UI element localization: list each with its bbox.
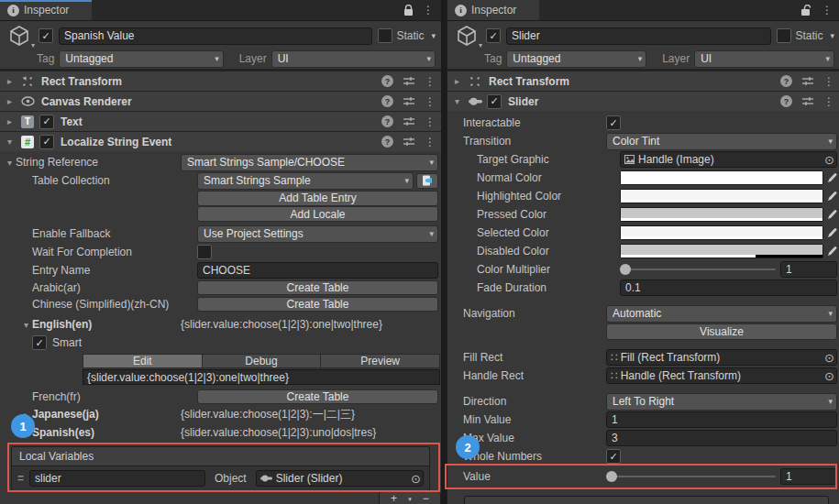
foldout-icon[interactable]: ▾ (451, 96, 463, 106)
foldout-icon[interactable]: ▾ (4, 158, 16, 168)
help-icon[interactable]: ? (381, 136, 393, 148)
kebab-menu-icon[interactable]: ⋮ (822, 5, 833, 16)
tag-dropdown[interactable]: Untagged ▾ (506, 50, 646, 68)
active-checkbox[interactable]: ✓ (486, 28, 501, 43)
component-header-slider[interactable]: ▾ ✓ Slider ? ⋮ (447, 91, 839, 111)
target-graphic-field[interactable]: Handle (Image) ⊙ (620, 151, 837, 168)
eyedropper-icon[interactable] (827, 227, 837, 238)
kebab-menu-icon[interactable]: ⋮ (425, 116, 436, 127)
highlighted-color-swatch[interactable] (620, 189, 823, 203)
color-multiplier-field[interactable]: 1 (780, 261, 837, 278)
min-value-field[interactable]: 1 (606, 411, 837, 428)
kebab-menu-icon[interactable]: ⋮ (823, 76, 834, 87)
direction-dropdown[interactable]: Left To Right ▾ (606, 393, 837, 411)
tab-inspector[interactable]: i Inspector (447, 0, 539, 20)
static-checkbox[interactable] (777, 28, 791, 43)
kebab-menu-icon[interactable]: ⋮ (423, 5, 434, 16)
object-picker-icon[interactable]: ⊙ (824, 154, 834, 166)
presets-icon[interactable] (802, 76, 813, 86)
static-checkbox[interactable] (378, 28, 392, 43)
help-icon[interactable]: ? (381, 115, 393, 127)
component-enabled-checkbox[interactable]: ✓ (39, 115, 54, 129)
max-value-field[interactable]: 3 (606, 430, 837, 446)
layer-dropdown[interactable]: UI ▾ (694, 50, 834, 68)
navigation-dropdown[interactable]: Automatic ▾ (606, 305, 837, 323)
tab-edit[interactable]: Edit (83, 354, 202, 368)
layer-dropdown[interactable]: UI ▾ (271, 50, 436, 68)
object-picker-icon[interactable]: ⊙ (824, 352, 834, 364)
variable-name-field[interactable]: slider (29, 470, 205, 487)
open-table-editor-button[interactable] (416, 173, 438, 189)
eyedropper-icon[interactable] (827, 172, 837, 183)
foldout-icon[interactable]: ▸ (4, 96, 16, 106)
component-header-rect-transform[interactable]: ▸ Rect Transform ? ⋮ (0, 71, 441, 91)
kebab-menu-icon[interactable]: ⋮ (823, 96, 834, 107)
foldout-icon[interactable]: ▸ (451, 76, 463, 86)
create-table-button-french[interactable]: Create Table (197, 389, 438, 404)
lock-open-icon[interactable] (800, 5, 812, 16)
presets-icon[interactable] (403, 76, 414, 86)
component-header-text[interactable]: ▸ T ✓ Text ? ⋮ (0, 111, 441, 131)
eyedropper-icon[interactable] (827, 191, 837, 202)
gameobject-cube-icon[interactable]: ▾ (453, 22, 480, 49)
tab-inspector[interactable]: i Inspector (0, 0, 92, 20)
fade-duration-field[interactable]: 0.1 (620, 279, 837, 296)
transition-dropdown[interactable]: Color Tint ▾ (606, 133, 837, 150)
tab-debug[interactable]: Debug (202, 354, 321, 368)
tag-dropdown[interactable]: Untagged ▾ (59, 50, 223, 68)
fill-rect-field[interactable]: ∷ Fill (Rect Transform) ⊙ (606, 349, 837, 366)
component-enabled-checkbox[interactable]: ✓ (39, 135, 54, 149)
presets-icon[interactable] (403, 137, 414, 147)
add-variable-button[interactable]: + (391, 493, 397, 504)
foldout-icon[interactable]: ▾ (4, 137, 16, 147)
kebab-menu-icon[interactable]: ⋮ (425, 96, 436, 107)
help-icon[interactable]: ? (381, 75, 393, 87)
gameobject-name-field[interactable]: Spanish Value (59, 27, 372, 45)
normal-color-swatch[interactable] (620, 170, 823, 185)
enable-fallback-dropdown[interactable]: Use Project Settings ▾ (197, 225, 438, 243)
create-table-button-arabic[interactable]: Create Table (197, 280, 438, 295)
selected-color-swatch[interactable] (620, 225, 823, 240)
string-reference-dropdown[interactable]: Smart Strings Sample/CHOOSE ▾ (181, 154, 438, 171)
presets-icon[interactable] (403, 96, 414, 106)
value-field[interactable]: 1 (780, 468, 837, 485)
kebab-menu-icon[interactable]: ⋮ (425, 137, 436, 148)
chevron-down-icon[interactable]: ▾ (431, 31, 436, 40)
component-header-localize-string-event[interactable]: ▾ # ✓ Localize String Event ? ⋮ (0, 131, 441, 151)
component-header-rect-transform[interactable]: ▸ Rect Transform ? ⋮ (447, 71, 839, 91)
presets-icon[interactable] (403, 116, 414, 126)
variable-object-field[interactable]: Slider (Slider) ⊙ (256, 470, 424, 487)
handle-rect-field[interactable]: ∷ Handle (Rect Transform) ⊙ (606, 367, 837, 384)
remove-variable-button[interactable]: − (423, 493, 429, 504)
active-checkbox[interactable]: ✓ (39, 28, 53, 43)
add-table-entry-button[interactable]: Add Table Entry (197, 191, 438, 206)
object-picker-icon[interactable]: ⊙ (411, 473, 421, 485)
create-table-button-chinese[interactable]: Create Table (197, 297, 438, 312)
component-enabled-checkbox[interactable]: ✓ (487, 94, 502, 109)
object-picker-icon[interactable]: ⊙ (824, 370, 834, 382)
eyedropper-icon[interactable] (827, 209, 837, 220)
foldout-icon[interactable]: ▸ (4, 116, 16, 126)
chevron-down-icon[interactable]: ▾ (830, 31, 834, 40)
help-icon[interactable]: ? (780, 95, 792, 107)
component-header-canvas-renderer[interactable]: ▸ Canvas Renderer ? ⋮ (0, 91, 441, 111)
foldout-icon[interactable]: ▸ (4, 76, 16, 86)
eyedropper-icon[interactable] (827, 246, 837, 257)
gameobject-name-field[interactable]: Slider (506, 27, 771, 45)
kebab-menu-icon[interactable]: ⋮ (425, 76, 436, 87)
foldout-icon[interactable]: ▾ (4, 320, 32, 330)
tab-preview[interactable]: Preview (320, 354, 440, 368)
gameobject-cube-icon[interactable]: ▾ (6, 22, 33, 49)
pressed-color-swatch[interactable] (620, 207, 823, 222)
wait-for-completion-checkbox[interactable] (197, 245, 212, 259)
value-slider[interactable] (606, 470, 778, 483)
disabled-color-swatch[interactable] (620, 244, 823, 258)
add-locale-button[interactable]: Add Locale (197, 206, 438, 222)
lock-closed-icon[interactable] (403, 5, 414, 16)
help-icon[interactable]: ? (780, 75, 792, 87)
visualize-button[interactable]: Visualize (606, 323, 837, 340)
color-multiplier-slider[interactable] (620, 263, 778, 276)
help-icon[interactable]: ? (381, 95, 393, 107)
presets-icon[interactable] (802, 96, 813, 106)
smart-checkbox[interactable]: ✓ (32, 335, 47, 350)
